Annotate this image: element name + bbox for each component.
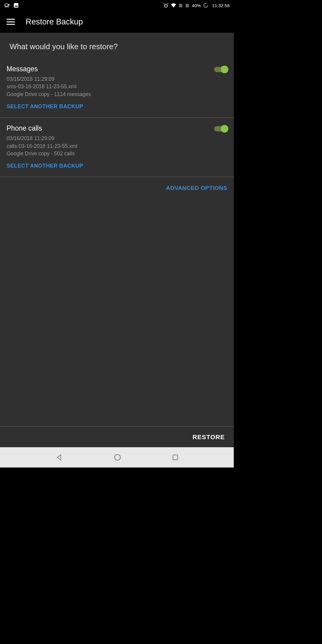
restore-section-messages: Messages 03/16/2018 11:29:09 sms-03-16-2… <box>0 58 234 118</box>
app-bar: Restore Backup <box>0 11 234 33</box>
content-area: What would you like to restore? Messages… <box>0 33 234 448</box>
restore-section-phone-calls: Phone calls 03/16/2018 11:29:09 calls-03… <box>0 118 234 177</box>
sim2-icon <box>185 3 190 8</box>
menu-icon[interactable] <box>7 19 15 25</box>
section-title-messages: Messages <box>7 65 91 73</box>
status-right-icons: 40% 11:32:58 <box>163 2 230 8</box>
advanced-options-row: ADVANCED OPTIONS <box>0 177 234 199</box>
svg-rect-0 <box>5 4 8 6</box>
status-left-icons <box>4 2 19 8</box>
bottom-action-bar: RESTORE <box>0 426 234 447</box>
loading-circle-icon <box>203 2 209 8</box>
wifi-icon <box>171 2 177 8</box>
restore-button[interactable]: RESTORE <box>193 434 225 441</box>
svg-rect-2 <box>14 3 18 8</box>
advanced-options-button[interactable]: ADVANCED OPTIONS <box>166 185 227 191</box>
nav-back-icon[interactable] <box>55 453 63 462</box>
toggle-messages[interactable] <box>214 66 227 73</box>
status-bar: 40% 11:32:58 <box>0 0 234 11</box>
nav-recent-icon[interactable] <box>172 454 179 461</box>
restore-prompt: What would you like to restore? <box>0 33 234 58</box>
sim1-icon <box>178 3 183 8</box>
svg-point-6 <box>204 3 208 7</box>
navigation-bar <box>0 447 234 467</box>
section-title-phone-calls: Phone calls <box>7 124 83 132</box>
toggle-phone-calls[interactable] <box>214 126 227 132</box>
coffee-icon <box>4 2 10 8</box>
svg-rect-8 <box>173 455 178 460</box>
alarm-icon <box>163 3 169 8</box>
image-icon <box>13 2 19 8</box>
section-details-phone-calls: 03/16/2018 11:29:09 calls-03-16-2018 11-… <box>7 135 83 157</box>
svg-point-7 <box>114 454 120 460</box>
select-another-backup-messages[interactable]: SELECT ANOTHER BACKUP <box>7 103 83 110</box>
status-clock: 11:32:58 <box>212 3 230 8</box>
select-another-backup-phone-calls[interactable]: SELECT ANOTHER BACKUP <box>7 163 83 169</box>
battery-percentage: 40% <box>192 3 201 8</box>
section-details-messages: 03/16/2018 11:29:09 sms-03-16-2018 11-23… <box>7 75 91 98</box>
nav-home-icon[interactable] <box>114 453 121 461</box>
page-title: Restore Backup <box>26 17 83 27</box>
